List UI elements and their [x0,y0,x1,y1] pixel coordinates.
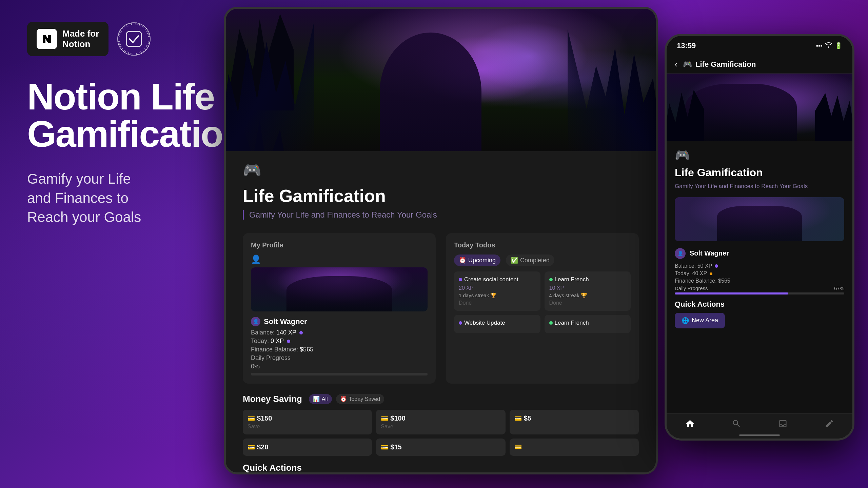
phone-compose-nav[interactable] [825,419,834,428]
money-icon: 💳 [248,415,255,422]
upcoming-tab[interactable]: ⏰ Upcoming [454,255,500,266]
main-headline: Notion Life Gamification [27,78,217,152]
notion-badge-text: Made for Notion [62,28,99,49]
todo-item: Create social content 20 XP 1 days strea… [454,271,540,311]
phone-status-bar: 13:59 ▪▪▪ 🔋 [667,36,852,56]
signal-icon: ▪▪▪ [816,42,823,49]
todo-dot-2 [459,321,462,325]
money-icon: 💳 [514,443,522,451]
todo-dot-green-2 [549,321,553,325]
svg-text:NOTION CERTIFIED ·: NOTION CERTIFIED · [115,20,151,38]
profile-name: 👤 Solt Wagner [251,317,428,326]
my-profile-card: My Profile 👤 👤 Solt Wagner [243,233,436,384]
phone-time: 13:59 [677,41,696,50]
phone-status-icons: ▪▪▪ 🔋 [816,42,842,49]
daily-progress-percent: 0% [251,363,428,370]
subheadline-line2: and Finances to [27,189,217,208]
person-silhouette [380,33,481,151]
today-stat: Today: 0 XP [251,338,428,345]
certified-badge: NOTION CERTIFIED · NOTION CERTIFIED · [115,20,153,58]
phone-nav-bar: ‹ 🎮 Life Gamification [667,56,852,74]
new-area-button[interactable]: 🌐 New Area [675,313,725,328]
phone-search-nav[interactable] [732,419,741,428]
quick-actions-title: Quick Actions [243,463,639,473]
battery-icon: 🔋 [835,42,842,49]
made-for-notion-badge: Made for Notion [27,22,108,56]
today-todos-card: Today Todos ⏰ Upcoming ✅ Completed [446,233,639,384]
phone-hero-image [667,74,852,141]
profile-image [251,267,428,311]
money-item: 💳 [510,439,639,456]
todo-items-grid: Create social content 20 XP 1 days strea… [454,271,631,333]
phone-home-nav[interactable] [685,419,695,428]
back-button[interactable]: ‹ [675,60,677,69]
money-item: 💳 $5 [510,410,639,434]
notion-text: Notion [62,39,99,49]
money-icon: 💳 [514,415,522,422]
phone-app-subtitle: Gamify Your Life and Finances to Reach Y… [675,182,844,190]
tablet-progress-bar [251,373,428,375]
money-item: 💳 $150 Save [243,410,372,434]
headline-line2: Gamification [27,115,217,152]
left-section: Made for Notion NOTION CERTIFIED · NOTIO… [27,20,217,227]
phone-progress-fill [675,292,788,294]
subheadline: Gamify your Life and Finances to Reach y… [27,169,217,227]
todo-item: Learn French 10 XP 4 days streak 🏆 Done [545,271,631,311]
money-icon: 💳 [381,415,388,422]
subheadline-line3: Reach your Goals [27,208,217,227]
money-all-tab[interactable]: 📊 All [309,394,332,404]
money-tabs: 📊 All ⏰ Today Saved [309,394,384,404]
phone-purple-dot [715,264,718,268]
phone-quick-actions-title: Quick Actions [675,300,844,309]
svg-rect-4 [126,32,141,46]
todo-dot-green [549,278,553,281]
phone-page-icon: 🎮 [683,60,692,69]
todos-card-title: Today Todos [454,241,631,249]
home-indicator [739,434,780,436]
phone-profile-name: Solt Wagner [690,249,729,257]
money-item: 💳 $100 Save [376,410,505,434]
notion-badges: Made for Notion NOTION CERTIFIED · NOTIO… [27,20,217,58]
devices-section: 🎮 Life Gamification Gamify Your Life and… [224,0,868,488]
money-today-tab[interactable]: ⏰ Today Saved [336,394,384,404]
daily-progress-label: Daily Progress [251,354,428,362]
today-dot [287,340,290,343]
profile-card-title: My Profile [251,241,428,249]
todo-item: Learn French [545,315,631,333]
profile-avatar: 👤 [251,317,260,326]
tablet-device: 🎮 Life Gamification Gamify Your Life and… [224,7,658,474]
quick-actions-section: Quick Actions [243,463,639,473]
balance-stat: Balance: 140 XP [251,329,428,336]
money-icon: 💳 [248,444,255,451]
finance-stat: Finance Balance: $565 [251,346,428,353]
screenshot-person [717,206,802,241]
todo-dot-purple [459,278,462,281]
money-title: Money Saving [243,394,302,404]
made-for-text: Made for [62,28,99,39]
money-icon: 💳 [381,444,388,451]
phone-profile-avatar: 👤 [675,248,686,259]
phone-profile: 👤 Solt Wagner [675,248,844,259]
phone-balance-stat: Balance: 50 XP [675,263,844,269]
svg-text:NOTION CERTIFIED ·: NOTION CERTIFIED · [115,20,151,56]
tablet-app-subtitle: Gamify Your Life and Finances to Reach Y… [243,210,639,220]
money-item: 💳 $20 [243,439,372,456]
wifi-icon [825,42,832,49]
money-item: 💳 $15 [376,439,505,456]
todo-item: Website Update [454,315,540,333]
money-saving-section: Money Saving 📊 All ⏰ Today Saved [243,394,639,456]
todo-tabs: ⏰ Upcoming ✅ Completed [454,255,631,266]
phone-progress-bar [675,292,844,294]
notion-logo-icon [37,29,57,49]
completed-tab[interactable]: ✅ Completed [506,255,554,266]
money-header: Money Saving 📊 All ⏰ Today Saved [243,394,639,404]
money-grid: 💳 $150 Save 💳 $100 Save [243,410,639,456]
purple-dot [299,331,303,334]
tablet-content: 🎮 Life Gamification Gamify Your Life and… [226,151,656,474]
phone-page-title: Life Gamification [695,60,756,69]
phone-content: 🎮 Life Gamification Gamify Your Life and… [667,141,852,335]
phone-screenshot [675,197,844,241]
phone-inbox-nav[interactable] [778,419,788,428]
phone-daily-progress: Daily Progress 67% [675,285,844,294]
phone-finance-stat: Finance Balance: $565 [675,278,844,284]
